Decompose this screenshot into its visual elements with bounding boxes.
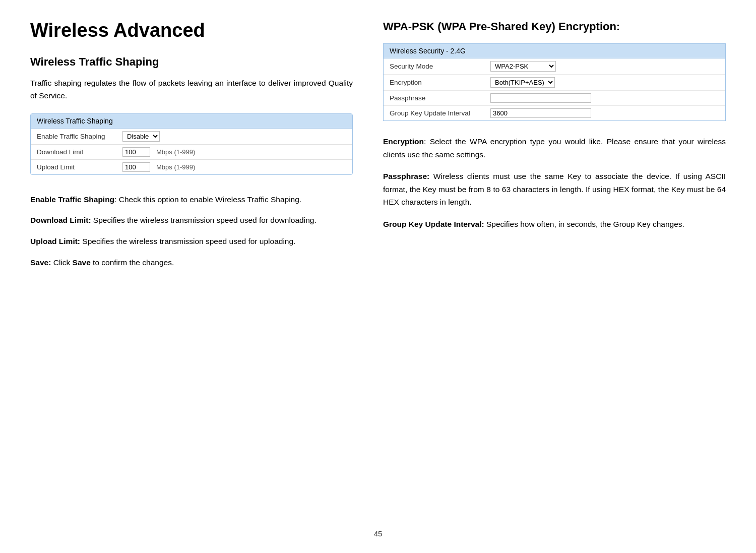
panel-row-upload: Upload Limit Mbps (1-999) bbox=[31, 160, 352, 174]
term-save-inline: Save bbox=[73, 258, 91, 267]
wpa-psk-panel: Wireless Security - 2.4G Security Mode W… bbox=[383, 43, 726, 121]
right-row-encryption: Encryption Both(TKIP+AES) TKIP AES bbox=[384, 75, 725, 91]
download-limit-hint: Mbps (1-999) bbox=[156, 148, 195, 156]
panel-label-enable: Enable Traffic Shaping bbox=[37, 133, 122, 140]
page-footer: 45 bbox=[0, 519, 756, 553]
right-label-passphrase: Passphrase bbox=[390, 94, 490, 102]
panel-label-upload: Upload Limit bbox=[37, 163, 122, 171]
right-term-encryption: Encryption bbox=[383, 137, 424, 146]
right-label-security-mode: Security Mode bbox=[390, 63, 490, 70]
right-term-passphrase: Passphrase: bbox=[383, 172, 429, 180]
panel-control-download[interactable]: Mbps (1-999) bbox=[122, 147, 195, 157]
page-number: 45 bbox=[374, 529, 383, 538]
desc-enable-traffic-body: Check this option to enable Wireless Tra… bbox=[116, 195, 301, 204]
group-key-input[interactable] bbox=[490, 108, 591, 118]
desc-save-body2: to confirm the changes. bbox=[91, 258, 174, 267]
right-control-security-mode[interactable]: WPA2-PSK WPA-PSK WPA2-Enterprise bbox=[490, 61, 556, 72]
right-row-security-mode: Security Mode WPA2-PSK WPA-PSK WPA2-Ente… bbox=[384, 58, 725, 75]
right-desc-group-key: Group Key Update Interval: Specifies how… bbox=[383, 218, 726, 231]
panel-row-download: Download Limit Mbps (1-999) bbox=[31, 145, 352, 160]
term-upload-limit: Upload Limit: bbox=[30, 237, 80, 245]
right-control-group-key[interactable] bbox=[490, 108, 591, 118]
panel-label-download: Download Limit bbox=[37, 148, 122, 156]
upload-limit-hint: Mbps (1-999) bbox=[156, 163, 195, 171]
right-panel-header: Wireless Security - 2.4G bbox=[384, 44, 725, 58]
right-control-encryption[interactable]: Both(TKIP+AES) TKIP AES bbox=[490, 77, 555, 88]
left-section-title: Wireless Traffic Shaping bbox=[30, 55, 353, 69]
term-enable-traffic: Enable Traffic Shaping bbox=[30, 195, 114, 204]
right-label-group-key: Group Key Update Interval bbox=[390, 109, 490, 117]
desc-download-body: Specifies the wireless transmission spee… bbox=[91, 216, 317, 224]
left-column: Wireless Advanced Wireless Traffic Shapi… bbox=[30, 20, 353, 499]
right-desc-passphrase-body: Wireless clients must use the same Key t… bbox=[383, 172, 726, 206]
right-desc-encryption: Encryption: Select the WPA encryption ty… bbox=[383, 135, 726, 161]
desc-download-limit: Download Limit: Specifies the wireless t… bbox=[30, 214, 353, 227]
traffic-shaping-panel: Wireless Traffic Shaping Enable Traffic … bbox=[30, 113, 353, 175]
desc-save: Save: Click Save to confirm the changes. bbox=[30, 256, 353, 269]
panel-header: Wireless Traffic Shaping bbox=[31, 114, 352, 129]
security-mode-select[interactable]: WPA2-PSK WPA-PSK WPA2-Enterprise bbox=[490, 61, 556, 72]
desc-save-body: Click bbox=[51, 258, 72, 267]
left-desc-section: Enable Traffic Shaping: Check this optio… bbox=[30, 193, 353, 269]
right-desc-section: Encryption: Select the WPA encryption ty… bbox=[383, 135, 726, 230]
enable-traffic-shaping-select[interactable]: Disable Enable bbox=[122, 131, 160, 142]
right-row-group-key: Group Key Update Interval bbox=[384, 106, 725, 120]
panel-control-enable[interactable]: Disable Enable bbox=[122, 131, 160, 142]
term-save: Save: bbox=[30, 258, 51, 267]
right-row-passphrase: Passphrase bbox=[384, 91, 725, 106]
right-desc-encryption-body: Select the WPA encryption type you would… bbox=[383, 137, 726, 159]
encryption-select[interactable]: Both(TKIP+AES) TKIP AES bbox=[490, 77, 555, 88]
left-description: Traffic shaping regulates the flow of pa… bbox=[30, 77, 353, 102]
panel-row-enable: Enable Traffic Shaping Disable Enable bbox=[31, 129, 352, 145]
right-label-encryption: Encryption bbox=[390, 79, 490, 86]
desc-upload-limit: Upload Limit: Specifies the wireless tra… bbox=[30, 235, 353, 248]
desc-upload-body: Specifies the wireless transmission spee… bbox=[80, 237, 295, 245]
right-term-group-key: Group Key Update Interval: bbox=[383, 220, 484, 228]
page-title: Wireless Advanced bbox=[30, 20, 353, 41]
passphrase-input[interactable] bbox=[490, 93, 591, 103]
right-desc-group-key-body: Specifies how often, in seconds, the Gro… bbox=[484, 220, 684, 228]
term-download-limit: Download Limit: bbox=[30, 216, 91, 224]
right-section-title: WPA-PSK (WPA Pre-Shared Key) Encryption: bbox=[383, 20, 726, 33]
right-desc-passphrase: Passphrase: Wireless clients must use th… bbox=[383, 170, 726, 209]
upload-limit-input[interactable] bbox=[122, 162, 150, 172]
download-limit-input[interactable] bbox=[122, 147, 150, 157]
right-column: WPA-PSK (WPA Pre-Shared Key) Encryption:… bbox=[383, 20, 726, 499]
panel-body: Enable Traffic Shaping Disable Enable Do… bbox=[31, 129, 352, 174]
right-control-passphrase[interactable] bbox=[490, 93, 591, 103]
panel-control-upload[interactable]: Mbps (1-999) bbox=[122, 162, 195, 172]
desc-enable-traffic: Enable Traffic Shaping: Check this optio… bbox=[30, 193, 353, 206]
